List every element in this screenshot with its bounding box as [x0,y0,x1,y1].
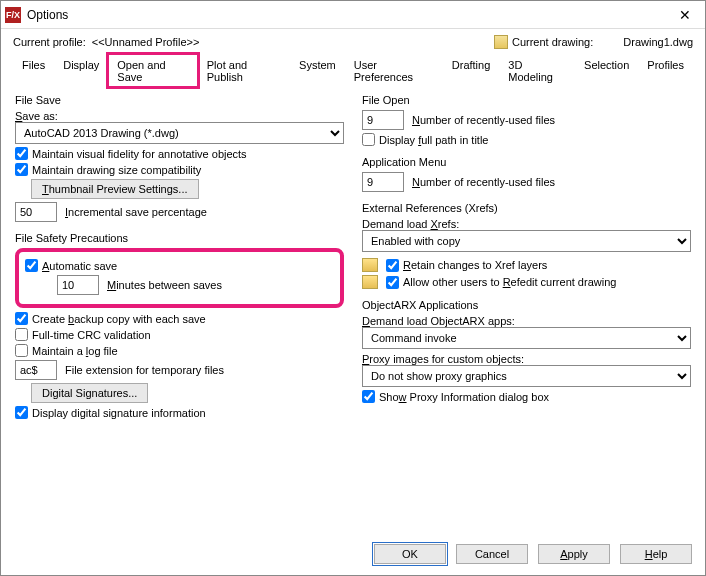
save-as-label: Save as: [15,110,344,122]
current-drawing-label: Current drawing: [512,36,593,48]
automatic-save-checkbox[interactable] [25,259,38,272]
xref-icon [362,258,378,272]
incremental-save-input[interactable] [15,202,57,222]
maintain-visual-checkbox[interactable] [15,147,28,160]
xref-icon [362,275,378,289]
dialog-footer: OK Cancel Apply Help [0,534,706,576]
ok-button[interactable]: OK [374,544,446,564]
save-as-select[interactable]: AutoCAD 2013 Drawing (*.dwg) [15,122,344,144]
group-application-menu: Application Menu Number of recently-used… [362,156,691,192]
tab-selection[interactable]: Selection [575,54,638,87]
profile-row: Current profile: <<Unnamed Profile>> Cur… [1,29,705,53]
demand-load-arx-label: Demand load ObjectARX apps: [362,315,691,327]
crc-label: Full-time CRC validation [32,329,151,341]
maintain-visual-label: Maintain visual fidelity for annotative … [32,148,247,160]
drawing-icon [494,35,508,49]
current-profile-label: Current profile: [13,36,86,48]
minutes-between-saves-label: Minutes between saves [107,279,222,291]
digital-signatures-button[interactable]: Digital Signatures... [31,383,148,403]
retain-xref-label: Retain changes to Xref layers [403,259,547,271]
demand-load-arx-select[interactable]: Command invoke [362,327,691,349]
autosave-highlight: Automatic save Minutes between saves [15,248,344,308]
recent-files-open-input[interactable] [362,110,404,130]
file-open-title: File Open [362,94,691,106]
file-save-title: File Save [15,94,344,106]
incremental-save-label: Incremental save percentage [65,206,207,218]
show-proxy-checkbox[interactable] [362,390,375,403]
tab-system[interactable]: System [290,54,345,87]
log-file-checkbox[interactable] [15,344,28,357]
demand-load-xrefs-label: Demand load Xrefs: [362,218,691,230]
log-file-label: Maintain a log file [32,345,118,357]
window-title: Options [27,8,671,22]
tab-bar: Files Display Open and Save Plot and Pub… [1,53,705,86]
show-proxy-label: Show Proxy Information dialog box [379,391,549,403]
current-drawing-value: Drawing1.dwg [623,36,693,48]
close-icon[interactable]: ✕ [671,5,699,25]
tab-plot-and-publish[interactable]: Plot and Publish [198,54,290,87]
create-backup-label: Create backup copy with each save [32,313,206,325]
thumbnail-preview-button[interactable]: Thumbnail Preview Settings... [31,179,199,199]
allow-refedit-checkbox[interactable] [386,276,399,289]
tab-open-and-save[interactable]: Open and Save [108,54,197,87]
group-file-save: File Save Save as: AutoCAD 2013 Drawing … [15,94,344,222]
group-objectarx: ObjectARX Applications Demand load Objec… [362,299,691,403]
file-safety-title: File Safety Precautions [15,232,344,244]
proxy-images-label: Proxy images for custom objects: [362,353,691,365]
help-button[interactable]: Help [620,544,692,564]
display-signature-label: Display digital signature information [32,407,206,419]
maintain-compat-checkbox[interactable] [15,163,28,176]
full-path-checkbox[interactable] [362,133,375,146]
current-profile-value: <<Unnamed Profile>> [92,36,494,48]
create-backup-checkbox[interactable] [15,312,28,325]
display-signature-checkbox[interactable] [15,406,28,419]
recent-files-menu-input[interactable] [362,172,404,192]
apply-button[interactable]: Apply [538,544,610,564]
app-icon: F/X [5,7,21,23]
recent-files-menu-label: Number of recently-used files [412,176,555,188]
automatic-save-label: Automatic save [42,260,117,272]
tab-user-preferences[interactable]: User Preferences [345,54,443,87]
group-xrefs: External References (Xrefs) Demand load … [362,202,691,289]
maintain-compat-label: Maintain drawing size compatibility [32,164,201,176]
xrefs-title: External References (Xrefs) [362,202,691,214]
allow-refedit-label: Allow other users to Refedit current dra… [403,276,616,288]
group-file-open: File Open Number of recently-used files … [362,94,691,146]
group-file-safety: File Safety Precautions Automatic save M… [15,232,344,419]
cancel-button[interactable]: Cancel [456,544,528,564]
tab-profiles[interactable]: Profiles [638,54,693,87]
temp-ext-label: File extension for temporary files [65,364,224,376]
temp-ext-input[interactable] [15,360,57,380]
proxy-images-select[interactable]: Do not show proxy graphics [362,365,691,387]
tab-drafting[interactable]: Drafting [443,54,500,87]
objectarx-title: ObjectARX Applications [362,299,691,311]
full-path-label: Display full path in title [379,134,488,146]
retain-xref-checkbox[interactable] [386,259,399,272]
tab-3d-modeling[interactable]: 3D Modeling [499,54,575,87]
crc-checkbox[interactable] [15,328,28,341]
tab-files[interactable]: Files [13,54,54,87]
titlebar: F/X Options ✕ [1,1,705,29]
demand-load-xrefs-select[interactable]: Enabled with copy [362,230,691,252]
tab-display[interactable]: Display [54,54,108,87]
minutes-between-saves-input[interactable] [57,275,99,295]
recent-files-open-label: Number of recently-used files [412,114,555,126]
application-menu-title: Application Menu [362,156,691,168]
